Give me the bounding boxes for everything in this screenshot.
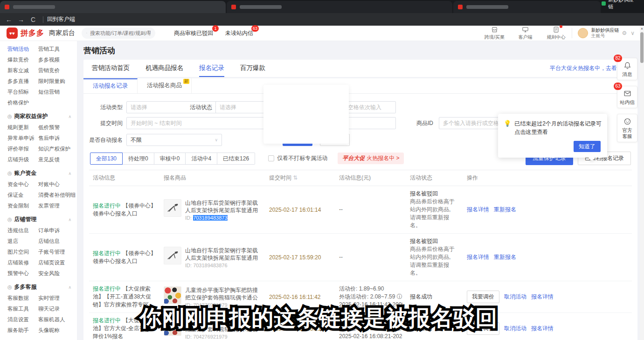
sidebar-item[interactable]: 资金中心 — [7, 179, 38, 189]
auto-signup-select[interactable]: 不限∨ — [126, 134, 222, 146]
browser-tab[interactable] — [0, 1, 226, 13]
subtab[interactable]: 活动报名商品新 — [138, 78, 192, 93]
sidebar-item[interactable]: 店铺升级 — [7, 154, 38, 165]
sidebar-item[interactable]: 营销竞价 — [38, 65, 77, 76]
sidebar-item[interactable]: 预警中心 — [7, 268, 38, 278]
sidebar-item[interactable]: 营销活动 — [7, 44, 38, 54]
sort-icon[interactable]: ⇅ — [291, 174, 298, 181]
scrollbar-thumb[interactable] — [640, 32, 644, 63]
operation-link[interactable]: 报名详情 — [531, 293, 554, 300]
filter-chip[interactable]: 审核中0 — [154, 153, 186, 165]
reload-icon[interactable]: C — [27, 16, 39, 23]
global-search[interactable] — [82, 28, 155, 39]
sidebar-item[interactable]: 营销工具 — [38, 44, 77, 54]
filter-chip[interactable]: 活动中4 — [186, 153, 217, 165]
operation-link[interactable]: 报名详情 — [467, 206, 489, 213]
sidebar-group-title[interactable]: ◎店铺管理∧ — [7, 215, 77, 223]
sidebar-item[interactable]: 店铺页设置 — [38, 257, 77, 268]
sidebar-item[interactable]: 店铺装修 — [7, 257, 38, 268]
tab-报名记录[interactable]: 报名记录 — [199, 60, 224, 77]
sidebar-group-title[interactable]: ◎多多客服∧ — [7, 283, 77, 291]
header-quick-monitor-icon[interactable]: 客户端 — [515, 26, 535, 41]
got-it-button[interactable]: 知道了 — [574, 141, 601, 152]
column-header: 提交时间 ⇅ — [265, 170, 335, 186]
sidebar-item[interactable]: 低价预警 — [38, 122, 77, 132]
product-title[interactable]: 山地自行车后货架钢行李架载人后支架快拆尾架后车筐通用骑行装备 — [185, 247, 262, 262]
sidebar-item[interactable]: 安全风险 — [38, 268, 77, 278]
account-info[interactable]: 新妙妙供应链 主账号 — [591, 28, 619, 39]
sidebar-item[interactable]: 多多视频 — [38, 55, 77, 65]
product-thumbnail[interactable] — [164, 247, 181, 264]
pinduoduo-logo-icon[interactable]: ♥♥ — [7, 28, 18, 39]
operation-link[interactable]: 取消活动 — [504, 293, 526, 300]
platform-sale-chip[interactable]: 平台大促火热报名中 > — [338, 153, 404, 164]
audit-rejected-link[interactable]: 商品审核已驳回1 — [174, 29, 213, 37]
header-quick-document-icon[interactable]: 规则中心 — [546, 26, 566, 41]
only-untagged-checkbox[interactable] — [268, 155, 274, 161]
filter-chip[interactable]: 已结束126 — [217, 153, 255, 165]
sidebar-item[interactable]: 爆款竞价 — [7, 55, 38, 65]
tab-百万爆款[interactable]: 百万爆款 — [240, 60, 265, 77]
sidebar-item[interactable]: 平台招标 — [7, 87, 38, 97]
sidebar-item[interactable]: 售后申诉 — [38, 133, 77, 143]
sidebar-item[interactable]: 实时管理 — [38, 293, 77, 303]
sidebar-item[interactable]: 图片空间 — [7, 247, 38, 257]
product-thumbnail[interactable] — [164, 199, 181, 217]
search-input[interactable] — [90, 30, 151, 36]
sidebar-item[interactable]: 发票管理 — [38, 201, 77, 211]
scroll-up-icon[interactable]: ▲ — [640, 27, 644, 30]
sidebar-item[interactable]: 异常单申诉 — [7, 133, 38, 143]
browser-profile[interactable]: 新妙妙供应链 — [602, 0, 644, 10]
sidebar-item[interactable]: 子账号管理 — [38, 247, 77, 257]
sidebar-item[interactable]: 短信营销 — [38, 87, 77, 97]
sidebar-item[interactable]: 限时限量购 — [38, 76, 77, 86]
product-title[interactable]: 儿童滑步平衡车护胸车把防撞把立保护套饰熊猫玩偶卡通公仔把手袋 — [185, 286, 262, 301]
sidebar-item[interactable]: 退店 — [7, 236, 38, 246]
account-avatar[interactable] — [578, 28, 588, 38]
sidebar-item[interactable]: 价格保护 — [7, 97, 38, 108]
rail-bell-icon[interactable]: 消息82 — [617, 58, 637, 80]
browser-tab[interactable] — [453, 1, 601, 13]
sidebar-item[interactable]: 资金限制 — [7, 201, 38, 211]
header-quick-storefront-icon[interactable]: 跨境/买菜 — [484, 26, 505, 41]
sidebar-item[interactable]: 违规信息 — [7, 225, 38, 236]
product-thumbnail[interactable] — [164, 286, 181, 304]
operation-link[interactable]: 重新报名 — [494, 206, 516, 213]
sidebar-item[interactable]: 评价举报 — [7, 144, 38, 154]
tab-营销活动首页[interactable]: 营销活动首页 — [92, 60, 130, 77]
filter-chip[interactable]: 全部130 — [90, 153, 123, 165]
sidebar-group-title[interactable]: ◎商家权益保护∧ — [7, 112, 77, 120]
sidebar-item[interactable]: 客服数据 — [7, 293, 38, 303]
open-dropdown-panel[interactable] — [263, 85, 349, 144]
sidebar-item[interactable]: 订单申诉 — [38, 225, 77, 236]
sidebar-item[interactable]: 新客立减 — [7, 65, 38, 76]
page-scrollbar[interactable]: ▲ — [640, 26, 644, 340]
rail-mail-icon[interactable]: 站内信63 — [617, 86, 637, 108]
tab-机遇商品报名[interactable]: 机遇商品报名 — [145, 60, 183, 77]
forward-icon[interactable]: → — [15, 16, 27, 23]
sidebar-item[interactable]: 店铺信息 — [38, 236, 77, 246]
operation-link[interactable]: 重新报名 — [494, 254, 516, 260]
chevron-down-icon: ∨ — [215, 134, 218, 146]
rail-headset-icon[interactable]: 官方客服 — [617, 114, 637, 142]
product-cell: 山地自行车后货架钢行李架载人后支架快拆尾架后车筐通用骑行装备ID: 703189… — [160, 234, 265, 281]
sidebar-item[interactable]: 知识产权保护 — [38, 144, 77, 154]
operation-link[interactable]: 报名详情 — [467, 254, 489, 260]
sidebar-item[interactable]: 规则更新 — [7, 122, 38, 132]
sidebar-item[interactable]: 对账中心 — [38, 179, 77, 189]
back-icon[interactable]: ← — [3, 16, 15, 23]
browser-tab[interactable] — [227, 1, 452, 13]
subtab[interactable]: 活动报名记录 — [83, 78, 138, 93]
sidebar-item[interactable]: 意见反馈 — [38, 154, 77, 165]
gear-icon[interactable]: ⚙ — [622, 30, 627, 36]
filter-chip[interactable]: 待处理0 — [123, 153, 154, 165]
sidebar-item[interactable]: 保证金 — [7, 190, 38, 200]
product-title[interactable]: 山地自行车后货架钢行李架载人后支架快拆尾架后车筐通用骑行装备 — [185, 199, 262, 214]
sidebar-item[interactable]: 消费者补偿明细 — [38, 190, 77, 200]
sidebar-group-title[interactable]: ◎账户资金∧ — [7, 169, 77, 177]
unread-mail-link[interactable]: 未读站内信63 — [225, 29, 253, 37]
chevron-down-icon[interactable]: ∨ — [630, 30, 635, 36]
back-to-client-link[interactable]: 回到客户端 — [47, 15, 75, 23]
adjust-price-button[interactable]: 我要调价 — [467, 291, 499, 303]
sidebar-item[interactable]: 多多直播 — [7, 76, 38, 86]
